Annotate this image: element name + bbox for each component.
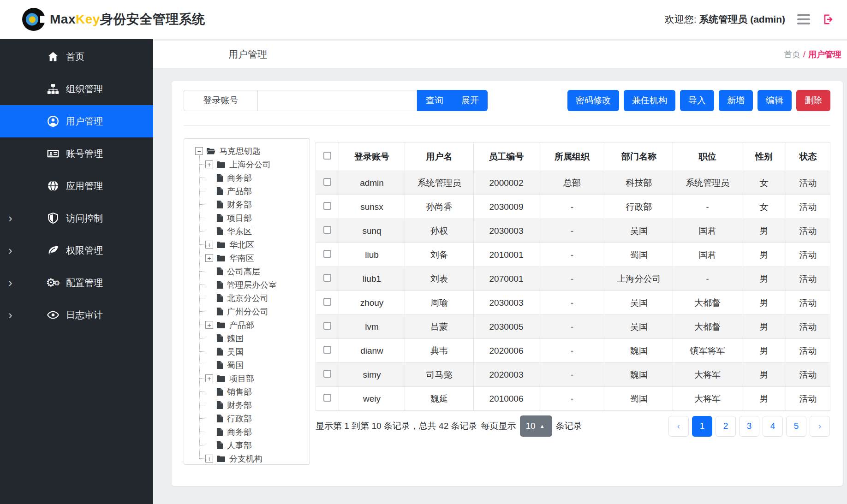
row-checkbox-cell bbox=[316, 315, 339, 339]
brand-key: Key bbox=[76, 12, 100, 26]
tree-node[interactable]: +分支机构 bbox=[184, 452, 310, 465]
tree-node-label: 分支机构 bbox=[229, 455, 262, 463]
tree-node[interactable]: 吴国 bbox=[184, 345, 310, 358]
tree-collapse-icon[interactable]: − bbox=[195, 147, 203, 155]
table-cell: 国君 bbox=[673, 243, 742, 267]
logout-icon[interactable] bbox=[822, 13, 835, 26]
sidebar-item-label: 日志审计 bbox=[66, 309, 107, 321]
row-checkbox[interactable] bbox=[323, 226, 331, 234]
prev-page-button[interactable]: ‹ bbox=[668, 416, 689, 437]
tree-node[interactable]: 蜀国 bbox=[184, 358, 310, 372]
tree-node[interactable]: 商务部 bbox=[184, 171, 310, 184]
sidebar-item-label: 用户管理 bbox=[66, 115, 107, 128]
login-account-input[interactable] bbox=[258, 90, 417, 111]
table-row[interactable]: zhouy周瑜2030003-吴国大都督男活动 bbox=[316, 291, 830, 315]
tree-expand-icon[interactable]: + bbox=[205, 241, 213, 249]
page-header-bar: 用户管理 首页/用户管理 bbox=[153, 41, 847, 68]
tree-expand-icon[interactable]: + bbox=[205, 455, 213, 462]
tree-node[interactable]: 广州分公司 bbox=[184, 305, 310, 318]
tree-expand-icon[interactable]: + bbox=[205, 160, 213, 168]
menu-icon[interactable] bbox=[797, 14, 810, 24]
table-row[interactable]: dianw典韦2020006-魏国镇军将军男活动 bbox=[316, 339, 830, 363]
tree-node[interactable]: 产品部 bbox=[184, 184, 310, 198]
next-page-button[interactable]: › bbox=[810, 416, 830, 437]
tree-node[interactable]: 销售部 bbox=[184, 385, 310, 398]
page-button-2[interactable]: 2 bbox=[716, 416, 736, 437]
tree-expand-icon[interactable]: + bbox=[205, 374, 213, 382]
tree-node[interactable]: 人事部 bbox=[184, 439, 310, 452]
tree-expand-icon[interactable]: + bbox=[205, 321, 213, 329]
table-row[interactable]: admin系统管理员2000002总部科技部系统管理员女活动 bbox=[316, 171, 830, 195]
page-button-5[interactable]: 5 bbox=[786, 416, 806, 437]
tree-branch-line bbox=[199, 351, 205, 352]
tree-node-label: 销售部 bbox=[227, 388, 252, 396]
tree-node[interactable]: 华东区 bbox=[184, 225, 310, 238]
row-checkbox[interactable] bbox=[323, 178, 331, 186]
table-cell: 吴国 bbox=[605, 219, 673, 243]
tree-node[interactable]: 魏国 bbox=[184, 332, 310, 345]
tree-node[interactable]: 北京分公司 bbox=[184, 291, 310, 305]
tree-node[interactable]: 公司高层 bbox=[184, 265, 310, 278]
row-checkbox[interactable] bbox=[323, 322, 331, 330]
row-checkbox[interactable] bbox=[323, 370, 331, 378]
tree-branch-line bbox=[199, 432, 205, 432]
toolbar-button-3[interactable]: 导入 bbox=[680, 90, 714, 111]
toolbar-button-6[interactable]: 删除 bbox=[796, 90, 830, 111]
tree-node[interactable]: 管理层办公室 bbox=[184, 278, 310, 291]
row-checkbox[interactable] bbox=[323, 346, 331, 354]
sidebar-item-org[interactable]: 组织管理 bbox=[0, 73, 153, 105]
sidebar-item-config[interactable]: ›⚙⚙配置管理 bbox=[0, 267, 153, 299]
table-row[interactable]: simy司马懿2020003-魏国大将军男活动 bbox=[316, 363, 830, 387]
tree-node[interactable]: 行政部 bbox=[184, 412, 310, 425]
row-checkbox-cell bbox=[316, 219, 339, 243]
tree-node[interactable]: +产品部 bbox=[184, 318, 310, 332]
page-size-select[interactable]: 10 ▲ bbox=[520, 415, 552, 437]
tree-node[interactable]: +项目部 bbox=[184, 372, 310, 385]
tree-node[interactable]: −马克思钥匙 bbox=[184, 144, 310, 158]
toolbar-button-4[interactable]: 新增 bbox=[719, 90, 753, 111]
tree-node[interactable]: 项目部 bbox=[184, 211, 310, 225]
home-icon bbox=[47, 51, 60, 63]
sidebar-item-app[interactable]: 应用管理 bbox=[0, 170, 153, 202]
sidebar-item-user[interactable]: 用户管理 bbox=[0, 105, 153, 137]
breadcrumb-home[interactable]: 首页 bbox=[784, 50, 800, 59]
expand-button[interactable]: 展开 bbox=[452, 90, 488, 111]
query-button[interactable]: 查询 bbox=[417, 90, 452, 111]
row-checkbox[interactable] bbox=[323, 250, 331, 258]
tree-node[interactable]: 商务部 bbox=[184, 425, 310, 439]
breadcrumb-current[interactable]: 用户管理 bbox=[808, 50, 841, 59]
tree-expand-icon[interactable]: + bbox=[205, 254, 213, 262]
table-row[interactable]: lvm吕蒙2030005-吴国大都督男活动 bbox=[316, 315, 830, 339]
tree-node[interactable]: +华北区 bbox=[184, 238, 310, 251]
table-cell: 活动 bbox=[786, 291, 830, 315]
toolbar-button-5[interactable]: 编辑 bbox=[758, 90, 792, 111]
sidebar-item-perm[interactable]: ›权限管理 bbox=[0, 234, 153, 267]
tree-node[interactable]: 财务部 bbox=[184, 198, 310, 211]
table-row[interactable]: liub1刘表2070001-上海分公司-男活动 bbox=[316, 267, 830, 291]
page-button-4[interactable]: 4 bbox=[763, 416, 783, 437]
page-button-1[interactable]: 1 bbox=[692, 416, 712, 437]
page-button-3[interactable]: 3 bbox=[739, 416, 759, 437]
tree-node[interactable]: +上海分公司 bbox=[184, 158, 310, 171]
file-icon bbox=[216, 427, 223, 436]
table-cell: 上海分公司 bbox=[605, 267, 673, 291]
tree-branch-line bbox=[199, 271, 205, 272]
sidebar-item-home[interactable]: 首页 bbox=[0, 41, 153, 73]
tree-node[interactable]: +华南区 bbox=[184, 251, 310, 265]
row-checkbox[interactable] bbox=[323, 394, 331, 402]
row-checkbox[interactable] bbox=[323, 274, 331, 282]
row-checkbox[interactable] bbox=[323, 202, 331, 210]
row-checkbox[interactable] bbox=[323, 298, 331, 306]
table-cell: 2010001 bbox=[474, 243, 539, 267]
sidebar-item-account[interactable]: 账号管理 bbox=[0, 137, 153, 170]
select-all-checkbox[interactable] bbox=[323, 152, 331, 160]
toolbar-button-1[interactable]: 密码修改 bbox=[567, 90, 619, 111]
table-row[interactable]: liub刘备2010001-蜀国国君男活动 bbox=[316, 243, 830, 267]
tree-node[interactable]: 财务部 bbox=[184, 398, 310, 412]
table-row[interactable]: sunq孙权2030003-吴国国君男活动 bbox=[316, 219, 830, 243]
toolbar-button-2[interactable]: 兼任机构 bbox=[624, 90, 675, 111]
sidebar-item-audit[interactable]: ›日志审计 bbox=[0, 299, 153, 331]
table-row[interactable]: sunsx孙尚香2030009-行政部-女活动 bbox=[316, 195, 830, 219]
table-row[interactable]: weiy魏延2010006-蜀国大将军男活动 bbox=[316, 387, 830, 411]
sidebar-item-access[interactable]: ›访问控制 bbox=[0, 202, 153, 234]
